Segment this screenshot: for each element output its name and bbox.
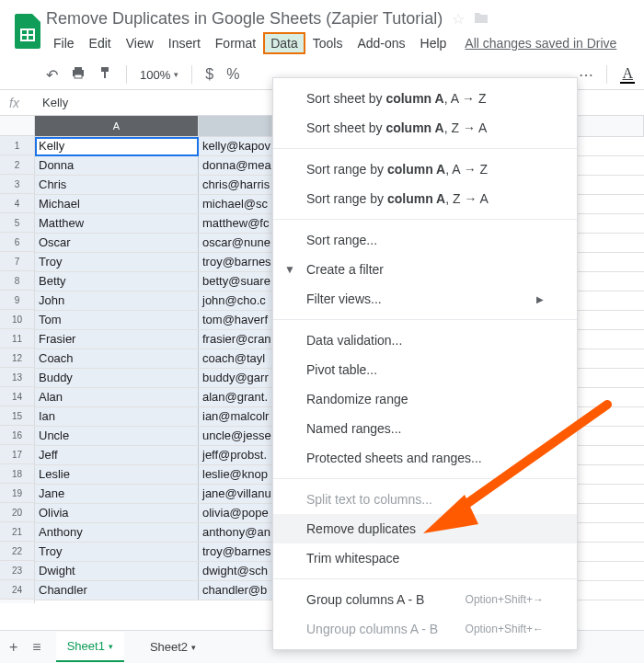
- cell[interactable]: Troy: [35, 543, 199, 561]
- menu-tools[interactable]: Tools: [305, 32, 351, 54]
- row-header[interactable]: 13: [0, 368, 34, 387]
- menu-sort-sheet-az[interactable]: Sort sheet by column A, A → Z: [273, 84, 577, 113]
- all-sheets-icon[interactable]: ≡: [32, 639, 40, 656]
- row-header[interactable]: 5: [0, 213, 34, 233]
- cell[interactable]: michael@sc: [199, 195, 272, 213]
- cell[interactable]: betty@suare: [199, 272, 272, 291]
- menu-help[interactable]: Help: [413, 32, 454, 54]
- menu-insert[interactable]: Insert: [161, 32, 208, 54]
- cell[interactable]: oscar@nune: [199, 234, 272, 252]
- row-header[interactable]: 4: [0, 194, 34, 213]
- menu-edit[interactable]: Edit: [82, 32, 119, 54]
- row-header[interactable]: 23: [0, 561, 34, 580]
- cell[interactable]: Anthony: [35, 523, 199, 542]
- menu-sort-range[interactable]: Sort range...: [273, 225, 577, 255]
- column-header-b[interactable]: [199, 116, 272, 136]
- sheets-logo-icon[interactable]: [9, 7, 46, 55]
- menu-file[interactable]: File: [46, 32, 82, 54]
- cell[interactable]: jane@villanu: [199, 485, 272, 503]
- cell[interactable]: alan@grant.: [199, 388, 272, 406]
- cell[interactable]: Jeff: [35, 446, 199, 464]
- menu-named-ranges[interactable]: Named ranges...: [273, 414, 577, 443]
- cell[interactable]: frasier@cran: [199, 330, 272, 349]
- menu-randomize-range[interactable]: Randomize range: [273, 384, 577, 414]
- cell[interactable]: Kelly: [35, 137, 199, 156]
- row-header[interactable]: 7: [0, 252, 34, 271]
- cell[interactable]: dwight@sch: [199, 562, 272, 580]
- row-header[interactable]: 3: [0, 175, 34, 194]
- column-header-a[interactable]: A: [35, 116, 199, 136]
- menu-format[interactable]: Format: [208, 32, 263, 54]
- row-header[interactable]: 2: [0, 155, 34, 175]
- row-header[interactable]: 10: [0, 310, 34, 329]
- menu-trim-whitespace[interactable]: Trim whitespace: [273, 543, 577, 573]
- menu-create-filter[interactable]: ▼ Create a filter: [273, 255, 577, 284]
- cell[interactable]: Chris: [35, 176, 199, 194]
- cell[interactable]: matthew@fc: [199, 214, 272, 233]
- cell[interactable]: Olivia: [35, 504, 199, 522]
- cell[interactable]: Leslie: [35, 465, 199, 484]
- row-header[interactable]: 16: [0, 426, 34, 445]
- cell[interactable]: John: [35, 291, 199, 310]
- move-folder-icon[interactable]: [474, 11, 489, 28]
- zoom-select[interactable]: 100%: [140, 68, 178, 82]
- cell[interactable]: donna@mea: [199, 156, 272, 175]
- document-title[interactable]: Remove Duplicates in Google Sheets (Zapi…: [46, 9, 443, 29]
- chevron-down-icon[interactable]: ▾: [109, 642, 113, 651]
- cell[interactable]: Jane: [35, 485, 199, 503]
- cell[interactable]: troy@barnes: [199, 543, 272, 561]
- text-color-icon[interactable]: A: [620, 65, 635, 84]
- row-header[interactable]: 14: [0, 387, 34, 406]
- row-header[interactable]: 22: [0, 542, 34, 561]
- cell[interactable]: jeff@probst.: [199, 446, 272, 464]
- row-header[interactable]: 8: [0, 271, 34, 291]
- cell[interactable]: chandler@b: [199, 581, 272, 600]
- add-sheet-button[interactable]: +: [9, 639, 17, 656]
- cell[interactable]: Coach: [35, 349, 199, 368]
- undo-icon[interactable]: ↶: [46, 66, 58, 84]
- sheet-tab-1[interactable]: Sheet1▾: [56, 632, 124, 662]
- menu-addons[interactable]: Add-ons: [350, 32, 412, 54]
- cell[interactable]: Chandler: [35, 581, 199, 600]
- cell[interactable]: Tom: [35, 311, 199, 329]
- cell[interactable]: leslie@knop: [199, 465, 272, 484]
- cell[interactable]: Troy: [35, 253, 199, 271]
- cell[interactable]: kelly@kapov: [199, 137, 272, 155]
- row-header[interactable]: 1: [0, 136, 34, 155]
- sheet-tab-2[interactable]: Sheet2▾: [139, 633, 207, 661]
- menu-filter-views[interactable]: Filter views...▶: [273, 284, 577, 314]
- save-status[interactable]: All changes saved in Drive: [465, 36, 616, 51]
- row-header[interactable]: 19: [0, 484, 34, 503]
- row-header[interactable]: 20: [0, 503, 34, 522]
- cell[interactable]: anthony@an: [199, 523, 272, 542]
- cell[interactable]: ian@malcolr: [199, 407, 272, 426]
- row-header[interactable]: 21: [0, 522, 34, 542]
- paint-format-icon[interactable]: [98, 65, 113, 84]
- print-icon[interactable]: [71, 65, 86, 84]
- cell[interactable]: olivia@pope: [199, 504, 272, 522]
- menu-sort-sheet-za[interactable]: Sort sheet by column A, Z → A: [273, 113, 577, 143]
- row-header[interactable]: 17: [0, 445, 34, 464]
- cell[interactable]: Alan: [35, 388, 199, 406]
- menu-sort-range-az[interactable]: Sort range by column A, A → Z: [273, 154, 577, 184]
- cell[interactable]: Betty: [35, 272, 199, 291]
- row-header[interactable]: 12: [0, 349, 34, 368]
- row-header[interactable]: 9: [0, 291, 34, 310]
- menu-sort-range-za[interactable]: Sort range by column A, Z → A: [273, 184, 577, 213]
- cell[interactable]: chris@harris: [199, 176, 272, 194]
- cell[interactable]: Michael: [35, 195, 199, 213]
- percent-icon[interactable]: %: [226, 66, 239, 83]
- row-header[interactable]: 18: [0, 464, 34, 484]
- cell[interactable]: Oscar: [35, 234, 199, 252]
- cell[interactable]: buddy@garr: [199, 369, 272, 387]
- cell[interactable]: Dwight: [35, 562, 199, 580]
- star-icon[interactable]: ☆: [452, 10, 465, 28]
- cell[interactable]: Uncle: [35, 427, 199, 445]
- cell[interactable]: tom@haverf: [199, 311, 272, 329]
- cell[interactable]: Matthew: [35, 214, 199, 233]
- menu-data[interactable]: Data: [263, 32, 305, 54]
- cell[interactable]: troy@barnes: [199, 253, 272, 271]
- formula-input[interactable]: Kelly: [37, 96, 68, 109]
- cell[interactable]: uncle@jesse: [199, 427, 272, 445]
- currency-icon[interactable]: $: [205, 66, 213, 83]
